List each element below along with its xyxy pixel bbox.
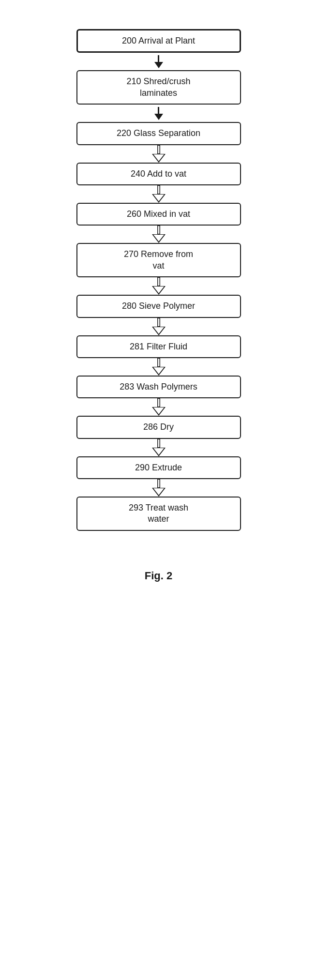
- arrow-3: [152, 145, 166, 163]
- arrow-5: [152, 226, 166, 243]
- arrow-7: [152, 318, 166, 335]
- step-281: 281 Filter Fluid: [76, 335, 241, 358]
- step-280: 280 Sieve Polymer: [76, 295, 241, 317]
- arrow-4: [152, 185, 166, 203]
- arrow-2: [154, 105, 163, 122]
- svg-rect-6: [158, 186, 159, 194]
- arrow-9: [152, 398, 166, 416]
- svg-rect-10: [158, 226, 159, 234]
- step-260: 260 Mixed in vat: [76, 203, 241, 226]
- svg-rect-30: [158, 439, 159, 447]
- step-290: 290 Extrude: [76, 456, 241, 479]
- svg-rect-26: [158, 399, 159, 407]
- arrow-8: [152, 358, 166, 376]
- step-220: 220 Glass Separation: [76, 122, 241, 145]
- arrow-10: [152, 439, 166, 456]
- svg-rect-18: [158, 318, 159, 326]
- step-283: 283 Wash Polymers: [76, 376, 241, 398]
- step-293: 293 Treat wash water: [76, 497, 241, 531]
- step-286: 286 Dry: [76, 416, 241, 438]
- diagram-container: 200 Arrival at Plant 210 Shred/crush lam…: [0, 0, 317, 602]
- svg-rect-14: [158, 278, 159, 286]
- step-210: 210 Shred/crush laminates: [76, 70, 241, 105]
- arrow-1: [154, 53, 163, 70]
- arrow-11: [152, 479, 166, 497]
- svg-rect-22: [158, 359, 159, 366]
- step-240: 240 Add to vat: [76, 163, 241, 185]
- arrow-6: [152, 277, 166, 295]
- figure-label: Fig. 2: [145, 570, 172, 582]
- svg-rect-34: [158, 480, 159, 487]
- svg-rect-2: [158, 146, 159, 153]
- step-200: 200 Arrival at Plant: [76, 29, 241, 53]
- step-270: 270 Remove from vat: [76, 243, 241, 277]
